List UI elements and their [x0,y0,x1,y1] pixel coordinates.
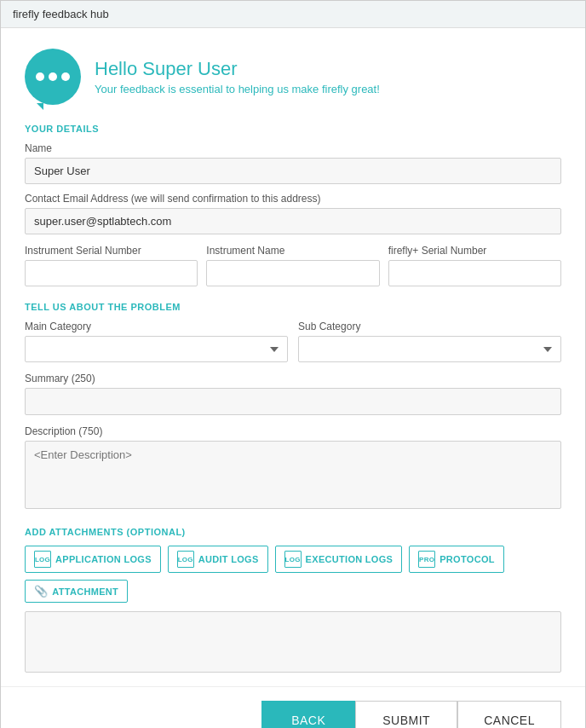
audit-logs-button[interactable]: LOG AUDIT LOGS [168,546,268,573]
back-button[interactable]: BACK [261,701,355,728]
dot-3 [61,72,70,81]
header-text: Hello Super User Your feedback is essent… [95,58,380,95]
main-category-select[interactable] [25,336,288,362]
description-label: Description (750) [25,425,561,437]
audit-logs-label: AUDIT LOGS [198,554,259,564]
header-section: Hello Super User Your feedback is essent… [25,49,561,105]
description-textarea[interactable] [25,441,561,509]
dot-2 [49,72,57,81]
attachment-buttons: LOG APPLICATION LOGS LOG AUDIT LOGS LOG … [25,546,561,603]
firefly-serial-field: firefly+ Serial Number [388,245,561,286]
greeting-subtitle: Your feedback is essential to helping us… [95,83,380,95]
greeting-title: Hello Super User [95,58,380,80]
instrument-name-label: Instrument Name [206,245,379,257]
execution-logs-icon: LOG [284,551,302,568]
application-logs-button[interactable]: LOG APPLICATION LOGS [25,546,161,573]
firefly-serial-label: firefly+ Serial Number [388,245,561,257]
tell-us-section: TELL US ABOUT THE PROBLEM Main Category … [25,302,561,511]
instrument-serial-input[interactable] [25,260,198,286]
window-title: firefly feedback hub [13,8,109,20]
protocol-icon: PRO [418,551,435,568]
instrument-name-field: Instrument Name [206,245,379,286]
your-details-section: YOUR DETAILS Name Contact Email Address … [25,124,561,286]
attachment-icon: 📎 [34,585,48,598]
protocol-label: PROTOCOL [440,554,495,564]
footer-buttons: BACK SUBMIT CANCEL [1,686,585,728]
main-window: firefly feedback hub Hello Super User Yo… [0,0,586,728]
attachment-drop-zone[interactable] [25,611,561,673]
summary-input[interactable] [25,388,561,415]
summary-field: Summary (250) [25,373,561,415]
attachments-title: ADD ATTACHMENTS (OPTIONAL) [25,527,561,537]
chat-icon [25,49,81,105]
attachment-label: ATTACHMENT [52,586,118,597]
submit-button[interactable]: SUBMIT [355,701,457,728]
your-details-title: YOUR DETAILS [25,124,561,134]
sub-category-label: Sub Category [298,321,561,332]
content-area: Hello Super User Your feedback is essent… [1,28,585,686]
main-category-label: Main Category [25,321,288,332]
attachment-button[interactable]: 📎 ATTACHMENT [25,580,128,603]
title-bar: firefly feedback hub [1,1,585,28]
instrument-serial-label: Instrument Serial Number [25,245,198,257]
execution-logs-button[interactable]: LOG EXECUTION LOGS [275,546,403,573]
name-input[interactable] [25,158,561,184]
sub-category-select[interactable] [298,336,561,362]
tell-us-title: TELL US ABOUT THE PROBLEM [25,302,561,312]
application-logs-icon: LOG [34,551,51,568]
main-category-wrapper: Main Category [25,321,288,362]
instrument-serial-field: Instrument Serial Number [25,245,198,286]
firefly-serial-input[interactable] [388,260,561,286]
summary-label: Summary (250) [25,373,561,384]
attachments-section: ADD ATTACHMENTS (OPTIONAL) LOG APPLICATI… [25,527,561,673]
protocol-button[interactable]: PRO PROTOCOL [409,546,504,573]
cancel-button[interactable]: CANCEL [457,701,561,728]
execution-logs-label: EXECUTION LOGS [306,554,394,564]
description-field: Description (750) [25,425,561,511]
dot-1 [36,72,44,81]
email-label: Contact Email Address (we will send conf… [25,193,561,205]
sub-category-wrapper: Sub Category [298,321,561,362]
instrument-name-input[interactable] [206,260,379,286]
category-dropdowns: Main Category Sub Category [25,321,561,362]
email-input[interactable] [25,208,561,234]
name-label: Name [25,142,561,154]
application-logs-label: APPLICATION LOGS [55,554,152,564]
chat-dots [36,72,70,81]
audit-logs-icon: LOG [177,551,194,568]
